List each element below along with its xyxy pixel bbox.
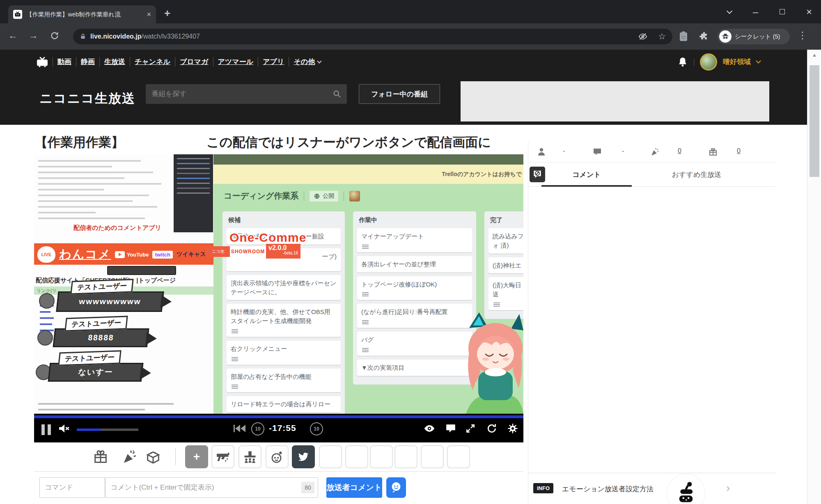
search-icon[interactable] [327, 89, 347, 99]
bell-icon[interactable] [677, 57, 688, 67]
url-bar[interactable]: live.nicovideo.jp /watch/lv336129407 ☆ [73, 29, 672, 44]
user-name[interactable]: 嗜好領域 [723, 57, 751, 66]
empty-emotion-slot[interactable] [394, 445, 417, 468]
broadcaster-comment-button[interactable]: 放送者コメント [326, 477, 382, 498]
empty-emotion-slot[interactable] [370, 445, 393, 468]
eye-off-icon[interactable] [638, 32, 647, 41]
trello-column-kanryou: 完了 読み込みフォ 済) (済)神社エ (済)大晦日 放送 [484, 211, 523, 319]
gift-count: 0 [737, 147, 741, 155]
card-description-icon [232, 385, 238, 385]
program-search-box[interactable] [146, 84, 347, 104]
program-title-row: 【作業用作業】 この配信ではリスナーがワンボタンで配信画面に [34, 133, 523, 153]
water-gun-emotion-button[interactable] [211, 445, 234, 468]
card-description-icon [232, 357, 238, 358]
nav-item-video[interactable]: 動画 [53, 57, 76, 66]
card-text: トップページ改修(ほぼOK) [361, 281, 437, 288]
nicolive-logo[interactable]: ニコニコ生放送 [39, 90, 135, 107]
back-button[interactable]: ← [6, 30, 20, 41]
comment-user-tag: テストユーザー [58, 350, 121, 366]
tab-comments[interactable]: コメント [541, 163, 632, 187]
empty-emotion-slot[interactable] [345, 445, 368, 468]
browser-toolbar: ← → live.nicovideo.jp /watch/lv336129407… [0, 23, 821, 50]
page-scrollbar[interactable]: ▲ [807, 50, 821, 504]
nav-item-channel[interactable]: チャンネル [130, 57, 175, 66]
comment-toggle-icon[interactable] [445, 424, 456, 435]
scrollbar-up-arrow[interactable]: ▲ [807, 52, 821, 58]
fullscreen-icon[interactable] [465, 423, 476, 435]
pause-button[interactable] [41, 424, 51, 435]
search-input[interactable] [146, 90, 327, 98]
info-chevron-icon[interactable]: › [726, 481, 730, 495]
minimize-button[interactable]: – [753, 6, 758, 18]
user-menu-chevron-icon[interactable] [756, 58, 761, 64]
bookmark-star-icon[interactable]: ☆ [658, 32, 666, 41]
panel-info-row[interactable]: INFO エモーション放送者設定方法 › [528, 473, 775, 504]
comment-input[interactable] [105, 478, 318, 497]
nicovideo-page: 動画 静画 生放送 チャンネル ブロマガ アツマール アプリ その他 嗜好領域 … [0, 50, 807, 504]
tab-close-icon[interactable]: × [147, 11, 151, 18]
board-divider [344, 192, 344, 201]
following-programs-button[interactable]: フォロー中の番組 [359, 84, 440, 104]
add-emotion-button[interactable]: + [185, 445, 208, 468]
card-text: (済)大晦日 放送 [493, 282, 523, 298]
video-player-surface[interactable]: 配信者のためのコメントアプリ LIVE わんコメ YouTube twitch … [34, 154, 523, 414]
visibility-eye-icon[interactable] [423, 424, 436, 435]
nav-item-app[interactable]: アプリ [258, 57, 289, 66]
header-divider [694, 58, 694, 66]
tab-recommended-live[interactable]: おすすめ生放送 [651, 163, 742, 187]
maximize-button[interactable] [780, 9, 785, 14]
scrollbar-thumb[interactable] [810, 65, 819, 177]
app-dark-panel [174, 154, 213, 232]
command-input[interactable] [40, 478, 105, 497]
program-title-marquee: この配信ではリスナーがワンボタンで配信画面に [206, 134, 491, 151]
forward-button[interactable]: → [26, 30, 40, 41]
extension-screenshot-icon[interactable] [677, 31, 690, 44]
vtuber-character [458, 310, 523, 414]
nav-item-live[interactable]: 生放送 [99, 57, 130, 66]
nav-item-other[interactable]: その他 [289, 57, 326, 66]
new-tab-button[interactable]: + [164, 7, 170, 20]
seek-bar[interactable] [34, 415, 523, 418]
face-star-emotion-button[interactable] [266, 445, 289, 468]
browser-menu-icon[interactable]: ⋮ [796, 30, 810, 41]
reload-button[interactable] [48, 31, 62, 43]
user-avatar[interactable] [700, 53, 717, 71]
twitter-share-button[interactable] [292, 445, 315, 468]
trello-card: トップページ改修(ほぼOK) [357, 276, 472, 300]
skip-to-start-icon[interactable] [234, 425, 246, 434]
panel-tabs: コメント おすすめ生放送 [528, 163, 775, 187]
comment-field[interactable]: 80 [105, 477, 318, 498]
empty-emotion-slot[interactable] [319, 445, 342, 468]
ad-placeholder [461, 81, 769, 121]
column-header: 候補 [228, 216, 339, 224]
surprise-box-icon[interactable] [145, 449, 161, 467]
nav-item-seiga[interactable]: 静画 [76, 57, 99, 66]
reload-stream-icon[interactable] [486, 423, 497, 435]
nav-item-atsumaru[interactable]: アツマール [213, 57, 258, 66]
program-title-prefix: 【作業用作業】 [35, 134, 124, 151]
incognito-badge[interactable]: シークレット (5) [718, 29, 790, 44]
twicas-label: ツイキャス [177, 251, 206, 258]
gift-icon[interactable] [92, 449, 109, 467]
trello-card: 各演出レイヤーの並び整理 [357, 256, 472, 273]
info-text[interactable]: エモーション放送者設定方法 [562, 484, 654, 494]
volume-slider[interactable] [77, 428, 138, 431]
podium-emotion-button[interactable] [239, 445, 261, 468]
party-popper-icon[interactable] [121, 449, 138, 467]
mute-button[interactable] [58, 423, 71, 435]
nav-item-blomaga[interactable]: ブロマガ [175, 57, 213, 66]
settings-gear-icon[interactable] [507, 423, 518, 436]
card-description-icon [232, 329, 238, 330]
extensions-puzzle-icon[interactable] [697, 31, 711, 44]
forward-10-button[interactable]: 10 [310, 422, 323, 435]
youtube-icon [115, 251, 125, 258]
emoji-comment-button[interactable] [386, 477, 406, 498]
close-window-button[interactable]: × [806, 6, 812, 18]
empty-emotion-slot[interactable] [447, 445, 470, 468]
browser-tab[interactable]: 【作業用作業】web制作作業垂れ流 × [8, 5, 156, 23]
empty-emotion-slot[interactable] [421, 445, 444, 468]
tab-search-chevron-icon[interactable] [727, 8, 732, 14]
command-field[interactable] [39, 477, 105, 498]
comment-avatar [39, 293, 55, 309]
rewind-10-button[interactable]: 10 [251, 422, 264, 435]
